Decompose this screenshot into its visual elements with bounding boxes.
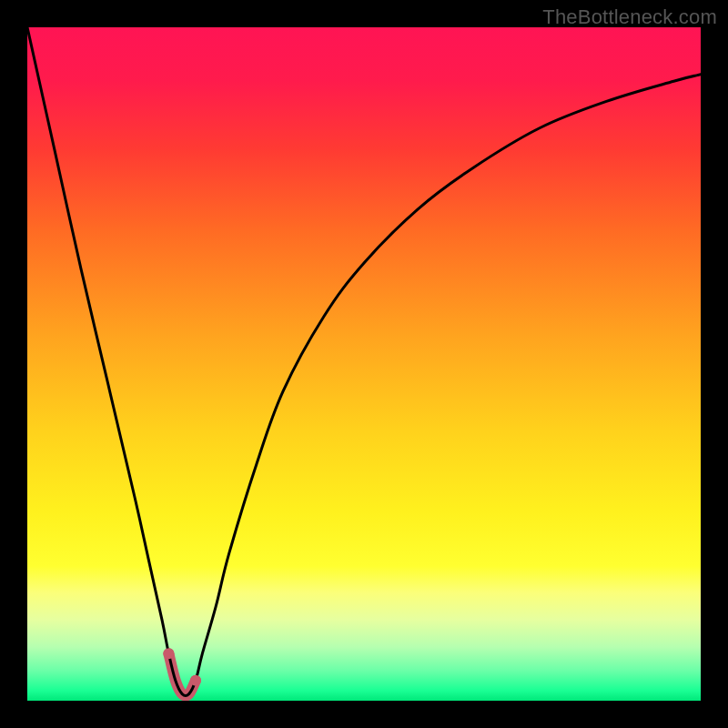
plot-area — [27, 27, 701, 701]
curve-layer — [27, 27, 701, 701]
chart-stage: TheBottleneck.com — [0, 0, 728, 728]
svg-point-1 — [163, 648, 174, 659]
bottleneck-curve — [27, 27, 701, 696]
svg-point-2 — [190, 675, 201, 686]
watermark-text: TheBottleneck.com — [542, 5, 717, 29]
